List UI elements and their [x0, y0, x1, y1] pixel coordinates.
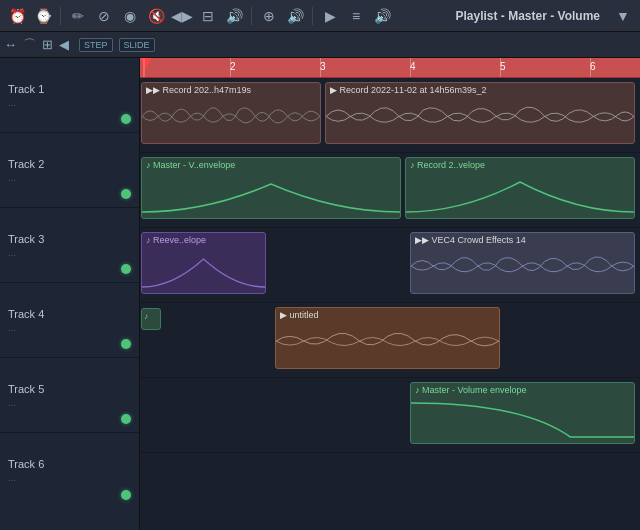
track-active-3 [121, 264, 131, 274]
track-dots-5: ... [8, 397, 131, 408]
track-dots-3: ... [8, 247, 131, 258]
separator-2 [251, 7, 252, 25]
clip-label-t1-r2: ▶ Record 2022-11-02 at 14h56m39s_2 [326, 83, 634, 97]
track-label-6[interactable]: Track 6 ... [0, 433, 139, 508]
track-name-1: Track 1 [8, 83, 131, 95]
track-label-4[interactable]: Track 4 ... [0, 283, 139, 358]
track-label-3[interactable]: Track 3 ... [0, 208, 139, 283]
clip-t5-master-vol[interactable]: ♪ Master - Volume envelope [410, 382, 635, 444]
separator-1 [60, 7, 61, 25]
track-name-4: Track 4 [8, 308, 131, 320]
clip-t2-env1[interactable]: ♪ Master - V..envelope [141, 157, 401, 219]
step-slide-controls: STEP SLIDE [79, 38, 155, 52]
track-active-5 [121, 414, 131, 424]
tool-extra2[interactable]: ≡ [345, 5, 367, 27]
track-label-5[interactable]: Track 5 ... [0, 358, 139, 433]
track-labels: Track 1 ... Track 2 ... Track 3 ... Trac… [0, 58, 140, 530]
track-name-6: Track 6 [8, 458, 131, 470]
tool-icon-1[interactable]: ⏰ [6, 5, 28, 27]
track-active-2 [121, 189, 131, 199]
track-active-6 [121, 490, 131, 500]
track-dots-6: ... [8, 472, 131, 483]
subtoolbar: ↔ ⌒ ⊞ ◀ STEP SLIDE [0, 32, 640, 58]
track-active-1 [121, 114, 131, 124]
track-active-4 [121, 339, 131, 349]
slide-button[interactable]: SLIDE [119, 38, 155, 52]
clip-t3-env1[interactable]: ♪ Reeve..elope [141, 232, 266, 294]
sub-arrow-icon[interactable]: ↔ [4, 37, 17, 52]
tool-extra[interactable]: ▶ [319, 5, 341, 27]
playhead [143, 58, 145, 77]
playlist-title: Playlist - Master - Volume [456, 9, 609, 23]
clip-label-t4-small: ♪ [142, 309, 160, 324]
track-row-6 [140, 453, 640, 528]
tool-mute[interactable]: 🔇 [145, 5, 167, 27]
track-label-1[interactable]: Track 1 ... [0, 58, 139, 133]
tool-zoom2[interactable]: 🔊 [284, 5, 306, 27]
sub-left-arrow[interactable]: ◀ [59, 37, 69, 52]
main-area: Track 1 ... Track 2 ... Track 3 ... Trac… [0, 58, 640, 530]
separator-3 [312, 7, 313, 25]
clip-t3-crowd[interactable]: ▶▶ VEC4 Crowd Effects 14 [410, 232, 635, 294]
tool-zoom[interactable]: ⊕ [258, 5, 280, 27]
tool-erase[interactable]: ◉ [119, 5, 141, 27]
toolbar: ⏰ ⌚ ✏ ⊘ ◉ 🔇 ◀▶ ⊟ 🔊 ⊕ 🔊 ▶ ≡ 🔊 Playlist - … [0, 0, 640, 32]
step-button[interactable]: STEP [79, 38, 113, 52]
tool-pencil[interactable]: ✏ [67, 5, 89, 27]
clip-label-t3-e1: ♪ Reeve..elope [142, 233, 265, 247]
sub-grid-icon[interactable]: ⊞ [42, 37, 53, 52]
clip-label-t2-e1: ♪ Master - V..envelope [142, 158, 400, 172]
clip-t1-record1[interactable]: ▶▶ Record 202..h47m19s [141, 82, 321, 144]
ruler-mark-5: 5 [500, 61, 506, 72]
playlist-dropdown[interactable]: ▼ [612, 5, 634, 27]
track-row-3: ♪ Reeve..elope ▶▶ VEC4 Crowd Effects 14 [140, 228, 640, 303]
playhead-triangle [140, 58, 152, 68]
tool-slip[interactable]: ⊟ [197, 5, 219, 27]
content-area: 2 3 4 5 6 ▶▶ Record 202..h47m19s ▶ Recor… [140, 58, 640, 530]
track-name-3: Track 3 [8, 233, 131, 245]
track-dots-2: ... [8, 172, 131, 183]
track-name-5: Track 5 [8, 383, 131, 395]
track-row-1: ▶▶ Record 202..h47m19s ▶ Record 2022-11-… [140, 78, 640, 153]
timeline-ruler[interactable]: 2 3 4 5 6 [140, 58, 640, 78]
track-name-2: Track 2 [8, 158, 131, 170]
track-dots-1: ... [8, 97, 131, 108]
ruler-mark-2: 2 [230, 61, 236, 72]
clip-label-t1-r1: ▶▶ Record 202..h47m19s [142, 83, 320, 97]
tool-arrow[interactable]: ◀▶ [171, 5, 193, 27]
ruler-mark-3: 3 [320, 61, 326, 72]
track-row-4: ♪ ▶ untitled [140, 303, 640, 378]
tool-extra3[interactable]: 🔊 [371, 5, 393, 27]
tool-select[interactable]: ⊘ [93, 5, 115, 27]
clip-t1-record2[interactable]: ▶ Record 2022-11-02 at 14h56m39s_2 [325, 82, 635, 144]
tool-icon-2[interactable]: ⌚ [32, 5, 54, 27]
track-dots-4: ... [8, 322, 131, 333]
track-row-5: ♪ Master - Volume envelope [140, 378, 640, 453]
track-label-2[interactable]: Track 2 ... [0, 133, 139, 208]
clip-t4-small[interactable]: ♪ [141, 308, 161, 330]
ruler-mark-6: 6 [590, 61, 596, 72]
clip-label-t3-crowd: ▶▶ VEC4 Crowd Effects 14 [411, 233, 634, 247]
clip-label-t5-master: ♪ Master - Volume envelope [411, 383, 634, 397]
ruler-mark-4: 4 [410, 61, 416, 72]
clip-label-t2-e2: ♪ Record 2..velope [406, 158, 634, 172]
clip-t4-untitled[interactable]: ▶ untitled [275, 307, 500, 369]
tool-vol[interactable]: 🔊 [223, 5, 245, 27]
clip-label-t4-untitled: ▶ untitled [276, 308, 499, 322]
sub-curve-icon[interactable]: ⌒ [23, 36, 36, 54]
track-row-2: ♪ Master - V..envelope ♪ Record 2..velop… [140, 153, 640, 228]
clip-t2-env2[interactable]: ♪ Record 2..velope [405, 157, 635, 219]
